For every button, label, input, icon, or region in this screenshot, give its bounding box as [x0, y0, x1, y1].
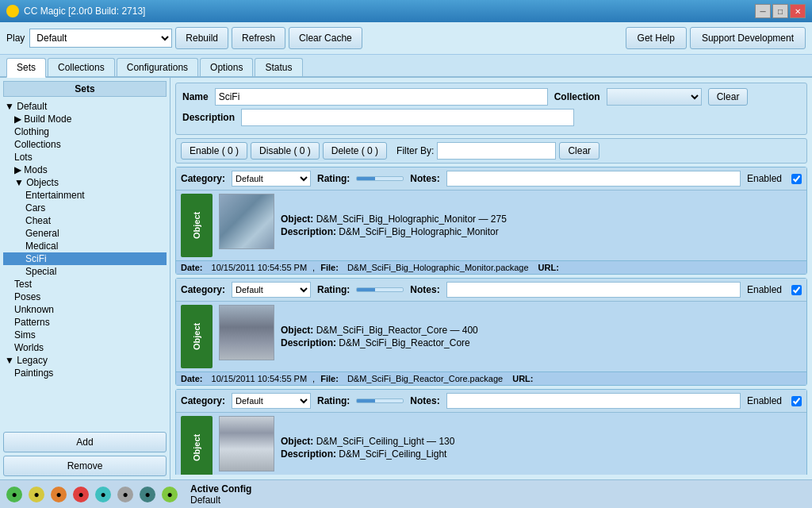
filter-label: Filter By:	[396, 145, 434, 156]
enabled-label-0: Enabled	[747, 173, 782, 184]
desc-input[interactable]	[241, 109, 574, 126]
object-card-0: Category: Default Rating: Notes: Enabled…	[175, 167, 807, 275]
tree-item-special[interactable]: Special	[3, 265, 167, 278]
tree-item-mods[interactable]: ▶ Mods	[3, 164, 167, 176]
rating-label-0: Rating:	[317, 173, 350, 184]
maximize-button[interactable]: □	[772, 4, 788, 18]
tab-options[interactable]: Options	[200, 58, 253, 76]
category-select-1[interactable]: Default	[232, 282, 311, 298]
tab-configurations[interactable]: Configurations	[117, 58, 198, 76]
window-title: CC Magic [2.0r0 Build: 2713]	[24, 6, 145, 17]
tree-item-medical[interactable]: Medical	[3, 240, 167, 252]
tab-status[interactable]: Status	[255, 58, 302, 76]
close-button[interactable]: ✕	[790, 4, 806, 18]
tree-item-patterns[interactable]: Patterns	[3, 316, 167, 329]
status-icon-gray[interactable]: ●	[117, 487, 133, 502]
refresh-button[interactable]: Refresh	[232, 27, 285, 49]
card-info-1: Object: D&M_SciFi_Big_Reactor_Core — 400…	[281, 305, 802, 368]
status-icon-red[interactable]: ●	[73, 487, 89, 502]
collection-select[interactable]	[607, 88, 702, 106]
url-label-0: URL:	[538, 263, 559, 272]
enabled-checkbox-1[interactable]	[791, 285, 802, 295]
status-bar: ● ● ● ● ● ● ● ● Active Config Default	[0, 479, 812, 508]
tree-item-sims[interactable]: Sims	[3, 329, 167, 341]
enabled-checkbox-2[interactable]	[791, 396, 802, 406]
status-icon-cyan[interactable]: ●	[95, 487, 111, 502]
minimize-button[interactable]: ─	[755, 4, 771, 18]
profile-dropdown[interactable]: Default	[29, 29, 172, 48]
add-button[interactable]: Add	[3, 432, 167, 452]
category-select-2[interactable]: Default	[232, 393, 311, 409]
notes-input-1[interactable]	[446, 282, 741, 298]
tab-sets[interactable]: Sets	[6, 58, 46, 78]
name-label: Name	[182, 91, 209, 102]
tree-item-entertainment[interactable]: Entertainment	[3, 189, 167, 202]
thumbnail-1	[219, 305, 274, 360]
rating-bar-2[interactable]	[356, 398, 404, 403]
tab-collections[interactable]: Collections	[48, 58, 115, 76]
tree-item-build-mode[interactable]: ▶ Build Mode	[3, 113, 167, 125]
support-button[interactable]: Support Development	[690, 27, 806, 49]
enable-button[interactable]: Enable ( 0 )	[181, 142, 247, 160]
notes-input-2[interactable]	[446, 393, 741, 409]
tree-item-general[interactable]: General	[3, 227, 167, 240]
tree-item-unknown[interactable]: Unknown	[3, 303, 167, 316]
object-text-2: Object: D&M_SciFi_Ceiling_Light — 130	[281, 436, 802, 447]
rating-bar-1[interactable]	[356, 287, 404, 292]
tree-item-default[interactable]: ▼ Default	[3, 100, 167, 113]
collection-clear-button[interactable]: Clear	[708, 88, 749, 106]
status-icon-lime[interactable]: ●	[162, 487, 178, 502]
status-icon-green[interactable]: ●	[6, 487, 22, 502]
tree-item-paintings[interactable]: Paintings	[3, 367, 167, 379]
tree-item-poses[interactable]: Poses	[3, 291, 167, 303]
action-bar: Enable ( 0 ) Disable ( 0 ) Delete ( 0 ) …	[175, 138, 807, 164]
tree-item-collections[interactable]: Collections	[3, 138, 167, 151]
object-tag-2: Object	[181, 416, 213, 475]
notes-label-2: Notes:	[410, 395, 439, 406]
thumbnail-0	[219, 194, 274, 249]
play-label: Play	[6, 33, 25, 44]
collection-label: Collection	[554, 91, 600, 102]
desc-text-2: Description: D&M_SciFi_Ceiling_Light	[281, 448, 802, 460]
object-tag-1: Object	[181, 305, 213, 368]
tree-item-legacy[interactable]: ▼ Legacy	[3, 354, 167, 367]
toolbar: Play Default Rebuild Refresh Clear Cache…	[0, 22, 812, 55]
tree-item-worlds[interactable]: Worlds	[3, 341, 167, 354]
notes-input-0[interactable]	[446, 171, 741, 187]
filter-clear-button[interactable]: Clear	[559, 142, 599, 160]
url-label-1: URL:	[512, 374, 533, 383]
tree-item-clothing[interactable]: Clothing	[3, 125, 167, 138]
objects-list: Category: Default Rating: Notes: Enabled…	[175, 167, 807, 475]
tab-bar: Sets Collections Configurations Options …	[0, 55, 812, 78]
remove-button[interactable]: Remove	[3, 456, 167, 476]
status-icon-orange[interactable]: ●	[51, 487, 67, 502]
enabled-checkbox-0[interactable]	[791, 174, 802, 184]
filter-input[interactable]	[437, 142, 556, 160]
card-footer-0: Date: 10/15/2011 10:54:55 PM , File: D&M…	[176, 260, 806, 274]
name-input[interactable]	[215, 88, 548, 106]
clear-cache-button[interactable]: Clear Cache	[289, 27, 362, 49]
rebuild-button[interactable]: Rebuild	[175, 27, 228, 49]
get-help-button[interactable]: Get Help	[626, 27, 687, 49]
tree-item-test[interactable]: Test	[3, 278, 167, 291]
tree-item-objects[interactable]: ▼ Objects	[3, 176, 167, 189]
card-info-0: Object: D&M_SciFi_Big_Holographic_Monito…	[281, 194, 802, 257]
active-config-label: Active Config	[190, 483, 251, 495]
category-select-0[interactable]: Default	[232, 171, 311, 187]
status-icon-yellow[interactable]: ●	[29, 487, 44, 502]
tree-item-cars[interactable]: Cars	[3, 202, 167, 214]
object-text-1: Object: D&M_SciFi_Big_Reactor_Core — 400	[281, 325, 802, 336]
disable-button[interactable]: Disable ( 0 )	[251, 142, 320, 160]
tree-item-scifi[interactable]: SciFi	[3, 252, 167, 265]
card-footer-1: Date: 10/15/2011 10:54:55 PM , File: D&M…	[176, 371, 806, 385]
category-label-1: Category:	[181, 284, 225, 295]
tree-item-cheat[interactable]: Cheat	[3, 214, 167, 227]
rating-bar-0[interactable]	[356, 176, 404, 181]
enabled-label-2: Enabled	[747, 395, 782, 406]
tree-item-lots[interactable]: Lots	[3, 151, 167, 164]
delete-button[interactable]: Delete ( 0 )	[323, 142, 387, 160]
status-icon-teal[interactable]: ●	[140, 487, 155, 502]
object-card-1: Category: Default Rating: Notes: Enabled…	[175, 278, 807, 386]
object-tag-0: Object	[181, 194, 213, 257]
rating-label-2: Rating:	[317, 395, 350, 406]
